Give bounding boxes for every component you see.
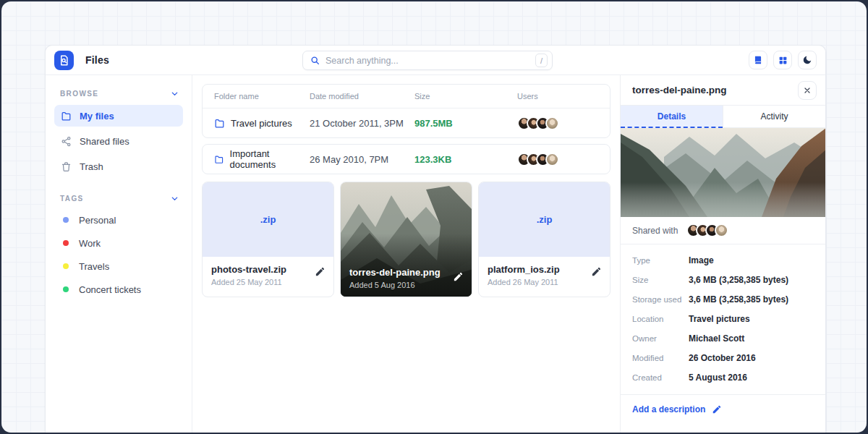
shared-avatars[interactable] xyxy=(686,224,728,237)
top-bar: Files / xyxy=(46,46,825,75)
avatar xyxy=(545,116,559,130)
tag-concert-tickets[interactable]: Concert tickets xyxy=(54,279,183,299)
book-icon xyxy=(753,55,763,65)
shared-with-row: Shared with xyxy=(621,217,825,244)
tag-color-dot xyxy=(63,240,69,246)
tag-color-dot xyxy=(63,286,69,292)
detail-row-created: Created 5 August 2016 xyxy=(632,367,814,387)
mountain-photo xyxy=(621,128,825,217)
folder-size: 987.5MB xyxy=(414,118,517,129)
zip-preview: .zip xyxy=(479,182,610,257)
pencil-icon xyxy=(591,266,602,277)
folder-size: 123.3KB xyxy=(414,154,517,165)
edit-button[interactable] xyxy=(315,266,326,277)
pencil-icon xyxy=(453,271,464,282)
panel-tabs: Details Activity xyxy=(621,106,825,128)
tab-details[interactable]: Details xyxy=(621,106,723,128)
folder-icon xyxy=(214,154,224,165)
file-card-photos-travel-zip[interactable]: .zip photos-travel.zip Added 25 May 2011 xyxy=(202,182,334,297)
file-added-date: Added 26 May 2011 xyxy=(488,278,601,286)
tag-color-dot xyxy=(63,263,69,269)
sidebar-item-label: My files xyxy=(80,111,114,122)
file-card-torres-del-paine[interactable]: torres-del-paine.png Added 5 Aug 2016 xyxy=(340,182,472,297)
main-content: Folder name Date modified Size Users Tra… xyxy=(192,75,620,433)
tag-label: Personal xyxy=(79,215,116,226)
file-name: platform_ios.zip xyxy=(488,264,601,275)
date-modified: 21 October 2011, 3PM xyxy=(310,118,414,129)
date-modified: 26 May 2010, 7PM xyxy=(310,154,414,165)
sidebar-item-trash[interactable]: Trash xyxy=(54,156,183,177)
tag-label: Travels xyxy=(79,261,109,272)
tab-activity[interactable]: Activity xyxy=(723,106,825,128)
detail-row-owner: Owner Michael Scott xyxy=(632,328,814,348)
table-row-travel-pictures[interactable]: Travel pictures 21 October 2011, 3PM 987… xyxy=(203,109,610,137)
file-preview-image[interactable] xyxy=(621,128,825,217)
grid-icon xyxy=(778,56,788,65)
table-row-important-documents[interactable]: Important documents 26 May 2010, 7PM 123… xyxy=(203,145,610,174)
close-panel-button[interactable] xyxy=(798,81,817,100)
sidebar: BROWSE My files xyxy=(46,75,192,433)
edit-button[interactable] xyxy=(453,271,464,282)
browse-label: BROWSE xyxy=(60,90,98,98)
user-avatars xyxy=(517,153,598,166)
add-description-label: Add a description xyxy=(632,404,705,414)
file-added-date: Added 25 May 2011 xyxy=(211,278,325,286)
search-icon xyxy=(310,56,320,65)
file-card-platform-ios-zip[interactable]: .zip platform_ios.zip Added 26 May 2011 xyxy=(478,182,610,297)
user-avatars xyxy=(517,116,598,130)
folder-table: Folder name Date modified Size Users Tra… xyxy=(202,84,610,138)
column-header: Size xyxy=(414,92,517,101)
pencil-icon xyxy=(712,404,722,414)
add-description-button[interactable]: Add a description xyxy=(621,395,825,424)
file-search-icon xyxy=(59,55,69,66)
chevron-down-icon[interactable] xyxy=(171,195,179,203)
search-shortcut-key: / xyxy=(535,54,548,67)
folder-name: Travel pictures xyxy=(231,118,292,129)
chevron-down-icon[interactable] xyxy=(171,90,179,98)
edit-button[interactable] xyxy=(591,266,602,277)
tags-section-header[interactable]: TAGS xyxy=(54,190,183,210)
detail-row-size: Size 3,6 MB (3,258,385 bytes) xyxy=(632,270,814,289)
folder-icon xyxy=(61,111,72,122)
tags-label: TAGS xyxy=(60,195,84,203)
page-background: Files / xyxy=(1,1,867,433)
search-bar[interactable]: / xyxy=(302,51,553,70)
file-name: photos-travel.zip xyxy=(211,264,325,275)
detail-row-modified: Modified 26 October 2016 xyxy=(632,348,814,367)
browse-section-header[interactable]: BROWSE xyxy=(54,85,183,105)
sidebar-item-my-files[interactable]: My files xyxy=(54,105,183,127)
shared-with-label: Shared with xyxy=(632,226,678,236)
grid-view-button[interactable] xyxy=(773,51,792,69)
column-header: Folder name xyxy=(214,92,310,101)
app-logo[interactable] xyxy=(54,51,74,70)
search-input[interactable] xyxy=(326,56,529,66)
detail-row-type: Type Image xyxy=(632,250,814,270)
tag-work[interactable]: Work xyxy=(54,233,183,253)
column-header: Date modified xyxy=(310,92,414,101)
moon-icon xyxy=(802,55,812,65)
avatar xyxy=(545,153,559,166)
page-title: Files xyxy=(85,54,109,66)
sidebar-item-shared-files[interactable]: Shared files xyxy=(54,130,183,152)
dark-mode-button[interactable] xyxy=(798,51,817,69)
file-name: torres-del-paine.png xyxy=(349,267,441,278)
sidebar-item-label: Trash xyxy=(80,161,103,172)
file-card-grid: .zip photos-travel.zip Added 25 May 2011 xyxy=(202,182,610,297)
detail-row-storage-used: Storage used 3,6 MB (3,258,385 bytes) xyxy=(632,289,814,309)
file-details-list: Type Image Size 3,6 MB (3,258,385 bytes)… xyxy=(621,244,825,395)
topbar-actions xyxy=(749,51,817,69)
folder-table-header: Folder name Date modified Size Users xyxy=(203,85,610,109)
tag-label: Work xyxy=(79,238,101,249)
folder-table-row-card: Important documents 26 May 2010, 7PM 123… xyxy=(202,144,610,174)
close-icon xyxy=(803,86,812,95)
folder-icon xyxy=(214,118,225,129)
details-panel: torres-del-paine.png Details Activity xyxy=(620,75,825,433)
tag-personal[interactable]: Personal xyxy=(54,210,183,230)
pencil-icon xyxy=(315,266,326,277)
tag-label: Concert tickets xyxy=(79,284,141,295)
library-button[interactable] xyxy=(749,51,767,69)
column-header: Users xyxy=(517,92,598,101)
tag-color-dot xyxy=(63,217,69,223)
tag-travels[interactable]: Travels xyxy=(54,256,183,276)
sidebar-item-label: Shared files xyxy=(80,136,129,147)
